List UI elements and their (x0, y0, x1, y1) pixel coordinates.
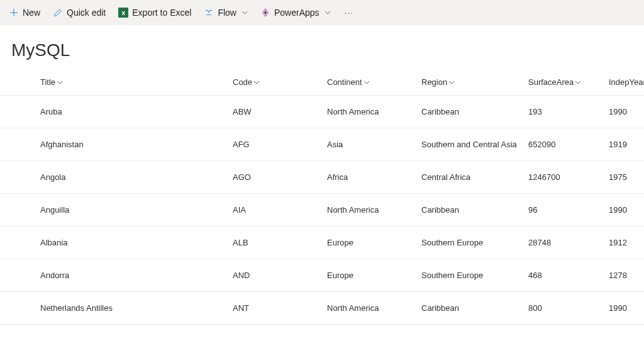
chevron-down-icon (57, 79, 63, 86)
cell-continent: North America (327, 205, 421, 215)
list-grid: Title Code Continent Region SurfaceArea (0, 69, 644, 325)
column-header-indepyear[interactable]: IndepYear (609, 77, 644, 87)
table-row[interactable]: ArubaABWNorth AmericaCaribbean1931990 (0, 96, 644, 128)
cell-surface: 800 (528, 303, 609, 313)
cell-continent: North America (327, 107, 421, 116)
chevron-down-icon (325, 8, 331, 18)
cell-surface: 193 (528, 107, 609, 116)
table-row[interactable]: AfghanistanAFGAsiaSouthern and Central A… (0, 128, 644, 161)
cell-title: Andorra (40, 271, 233, 280)
powerapps-icon (260, 8, 270, 18)
export-label: Export to Excel (132, 8, 191, 18)
flow-icon (204, 8, 214, 18)
chevron-down-icon (575, 79, 581, 86)
cell-continent: Europe (327, 271, 421, 280)
chevron-down-icon (448, 79, 455, 86)
command-bar: New Quick edit x Export to Excel Flow Po… (0, 0, 644, 25)
chevron-down-icon (364, 79, 370, 86)
cell-surface: 468 (528, 271, 609, 280)
column-header-title-label: Title (40, 77, 55, 87)
cell-indep: 1990 (609, 205, 644, 215)
table-row[interactable]: AndorraANDEuropeSouthern Europe4681278 (0, 259, 644, 292)
cell-title: Afghanistan (40, 140, 233, 149)
cell-surface: 28748 (528, 238, 609, 247)
cell-continent: North America (327, 303, 421, 313)
cell-title: Angola (40, 172, 233, 182)
cell-region: Caribbean (421, 205, 528, 215)
table-row[interactable]: Netherlands AntillesANTNorth AmericaCari… (0, 292, 644, 325)
quick-edit-label: Quick edit (67, 8, 106, 18)
new-button[interactable]: New (3, 0, 47, 25)
chevron-down-icon (242, 8, 248, 18)
cell-title: Albania (40, 238, 233, 247)
excel-icon: x (118, 8, 128, 18)
cell-title: Netherlands Antilles (40, 303, 233, 313)
table-row[interactable]: AnguillaAIANorth AmericaCaribbean961990 (0, 194, 644, 227)
column-header-continent[interactable]: Continent (327, 77, 421, 87)
export-excel-button[interactable]: x Export to Excel (112, 0, 197, 25)
column-header-title[interactable]: Title (40, 77, 233, 87)
cell-continent: Asia (327, 140, 421, 149)
cell-code: AIA (233, 205, 327, 215)
cell-indep: 1912 (609, 238, 644, 247)
column-header-surfacearea-label: SurfaceArea (528, 77, 574, 87)
cell-continent: Africa (327, 172, 421, 182)
cell-code: ANT (233, 303, 327, 313)
cell-region: Southern Europe (421, 271, 528, 280)
more-button[interactable]: ··· (337, 0, 362, 25)
column-header-surfacearea[interactable]: SurfaceArea (528, 77, 609, 87)
cell-indep: 1919 (609, 140, 644, 149)
flow-label: Flow (218, 8, 236, 18)
column-header-region[interactable]: Region (421, 77, 528, 87)
cell-continent: Europe (327, 238, 421, 247)
cell-region: Southern Europe (421, 238, 528, 247)
column-header-indepyear-label: IndepYear (609, 77, 644, 87)
chevron-down-icon (253, 79, 260, 86)
cell-title: Aruba (40, 107, 233, 116)
powerapps-label: PowerApps (274, 8, 319, 18)
cell-code: ABW (233, 107, 327, 116)
quick-edit-button[interactable]: Quick edit (47, 0, 112, 25)
cell-indep: 1975 (609, 172, 644, 182)
cell-region: Caribbean (421, 107, 528, 116)
cell-surface: 1246700 (528, 172, 609, 182)
powerapps-button[interactable]: PowerApps (254, 0, 337, 25)
column-header-code[interactable]: Code (233, 77, 327, 87)
cell-region: Caribbean (421, 303, 528, 313)
cell-surface: 96 (528, 205, 609, 215)
column-header-code-label: Code (233, 77, 252, 87)
cell-title: Anguilla (40, 205, 233, 215)
cell-region: Central Africa (421, 172, 528, 182)
table-row[interactable]: AngolaAGOAfricaCentral Africa12467001975 (0, 161, 644, 194)
column-header-region-label: Region (421, 77, 447, 87)
column-header-continent-label: Continent (327, 77, 362, 87)
more-label: ··· (345, 8, 354, 18)
edit-icon (53, 8, 63, 18)
table-row[interactable]: AlbaniaALBEuropeSouthern Europe287481912 (0, 227, 644, 259)
flow-button[interactable]: Flow (197, 0, 254, 25)
new-label: New (23, 8, 40, 18)
cell-indep: 1990 (609, 107, 644, 116)
cell-region: Southern and Central Asia (421, 140, 528, 149)
cell-code: AND (233, 271, 327, 280)
page-title: MySQL (0, 25, 644, 69)
plus-icon (9, 8, 19, 18)
grid-body: ArubaABWNorth AmericaCaribbean1931990Afg… (0, 96, 644, 325)
cell-code: ALB (233, 238, 327, 247)
cell-surface: 652090 (528, 140, 609, 149)
cell-indep: 1990 (609, 303, 644, 313)
cell-code: AFG (233, 140, 327, 149)
cell-code: AGO (233, 172, 327, 182)
cell-indep: 1278 (609, 271, 644, 280)
grid-header: Title Code Continent Region SurfaceArea (0, 69, 644, 96)
